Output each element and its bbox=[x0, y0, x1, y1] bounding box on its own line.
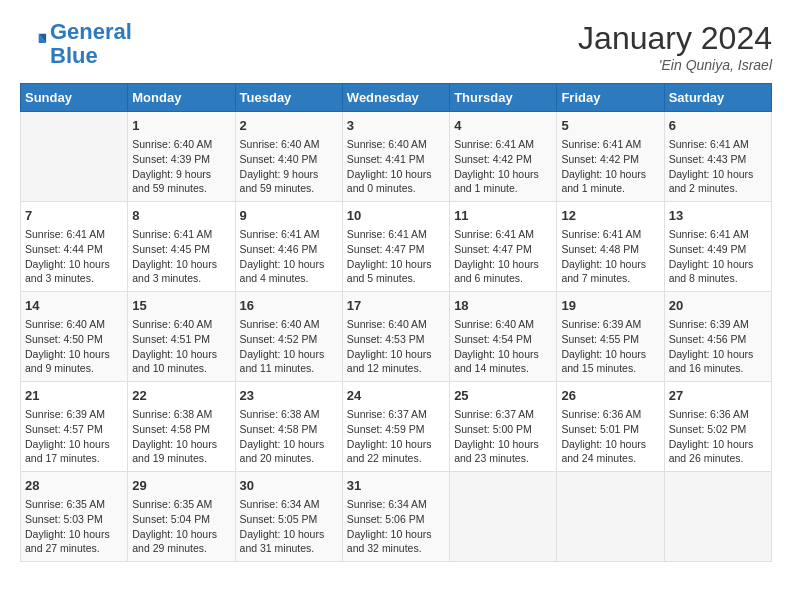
day-number: 22 bbox=[132, 387, 230, 405]
day-cell bbox=[664, 472, 771, 562]
day-info: Sunrise: 6:41 AM Sunset: 4:43 PM Dayligh… bbox=[669, 137, 767, 196]
day-cell: 7Sunrise: 6:41 AM Sunset: 4:44 PM Daylig… bbox=[21, 202, 128, 292]
day-cell: 28Sunrise: 6:35 AM Sunset: 5:03 PM Dayli… bbox=[21, 472, 128, 562]
location: 'Ein Quniya, Israel bbox=[578, 57, 772, 73]
day-number: 18 bbox=[454, 297, 552, 315]
day-info: Sunrise: 6:37 AM Sunset: 4:59 PM Dayligh… bbox=[347, 407, 445, 466]
day-info: Sunrise: 6:39 AM Sunset: 4:55 PM Dayligh… bbox=[561, 317, 659, 376]
day-info: Sunrise: 6:34 AM Sunset: 5:06 PM Dayligh… bbox=[347, 497, 445, 556]
day-info: Sunrise: 6:40 AM Sunset: 4:51 PM Dayligh… bbox=[132, 317, 230, 376]
day-info: Sunrise: 6:35 AM Sunset: 5:03 PM Dayligh… bbox=[25, 497, 123, 556]
day-number: 12 bbox=[561, 207, 659, 225]
header-cell-saturday: Saturday bbox=[664, 84, 771, 112]
day-cell: 31Sunrise: 6:34 AM Sunset: 5:06 PM Dayli… bbox=[342, 472, 449, 562]
day-info: Sunrise: 6:41 AM Sunset: 4:49 PM Dayligh… bbox=[669, 227, 767, 286]
day-info: Sunrise: 6:41 AM Sunset: 4:45 PM Dayligh… bbox=[132, 227, 230, 286]
day-cell: 8Sunrise: 6:41 AM Sunset: 4:45 PM Daylig… bbox=[128, 202, 235, 292]
week-row-5: 28Sunrise: 6:35 AM Sunset: 5:03 PM Dayli… bbox=[21, 472, 772, 562]
day-number: 28 bbox=[25, 477, 123, 495]
day-number: 3 bbox=[347, 117, 445, 135]
day-number: 14 bbox=[25, 297, 123, 315]
day-info: Sunrise: 6:40 AM Sunset: 4:41 PM Dayligh… bbox=[347, 137, 445, 196]
day-cell: 29Sunrise: 6:35 AM Sunset: 5:04 PM Dayli… bbox=[128, 472, 235, 562]
day-number: 2 bbox=[240, 117, 338, 135]
day-info: Sunrise: 6:34 AM Sunset: 5:05 PM Dayligh… bbox=[240, 497, 338, 556]
day-number: 30 bbox=[240, 477, 338, 495]
day-cell: 24Sunrise: 6:37 AM Sunset: 4:59 PM Dayli… bbox=[342, 382, 449, 472]
day-cell: 26Sunrise: 6:36 AM Sunset: 5:01 PM Dayli… bbox=[557, 382, 664, 472]
day-cell: 25Sunrise: 6:37 AM Sunset: 5:00 PM Dayli… bbox=[450, 382, 557, 472]
day-info: Sunrise: 6:40 AM Sunset: 4:53 PM Dayligh… bbox=[347, 317, 445, 376]
day-cell: 15Sunrise: 6:40 AM Sunset: 4:51 PM Dayli… bbox=[128, 292, 235, 382]
day-info: Sunrise: 6:38 AM Sunset: 4:58 PM Dayligh… bbox=[240, 407, 338, 466]
day-number: 1 bbox=[132, 117, 230, 135]
day-cell bbox=[450, 472, 557, 562]
day-cell: 6Sunrise: 6:41 AM Sunset: 4:43 PM Daylig… bbox=[664, 112, 771, 202]
day-info: Sunrise: 6:40 AM Sunset: 4:52 PM Dayligh… bbox=[240, 317, 338, 376]
day-info: Sunrise: 6:40 AM Sunset: 4:40 PM Dayligh… bbox=[240, 137, 338, 196]
day-info: Sunrise: 6:41 AM Sunset: 4:47 PM Dayligh… bbox=[454, 227, 552, 286]
day-cell: 30Sunrise: 6:34 AM Sunset: 5:05 PM Dayli… bbox=[235, 472, 342, 562]
day-cell bbox=[557, 472, 664, 562]
day-number: 7 bbox=[25, 207, 123, 225]
title-area: January 2024 'Ein Quniya, Israel bbox=[578, 20, 772, 73]
day-cell: 4Sunrise: 6:41 AM Sunset: 4:42 PM Daylig… bbox=[450, 112, 557, 202]
page-header: General Blue January 2024 'Ein Quniya, I… bbox=[20, 20, 772, 73]
day-number: 6 bbox=[669, 117, 767, 135]
day-cell: 19Sunrise: 6:39 AM Sunset: 4:55 PM Dayli… bbox=[557, 292, 664, 382]
day-cell: 22Sunrise: 6:38 AM Sunset: 4:58 PM Dayli… bbox=[128, 382, 235, 472]
day-cell: 14Sunrise: 6:40 AM Sunset: 4:50 PM Dayli… bbox=[21, 292, 128, 382]
day-cell: 13Sunrise: 6:41 AM Sunset: 4:49 PM Dayli… bbox=[664, 202, 771, 292]
day-number: 8 bbox=[132, 207, 230, 225]
day-number: 13 bbox=[669, 207, 767, 225]
day-number: 21 bbox=[25, 387, 123, 405]
day-cell: 1Sunrise: 6:40 AM Sunset: 4:39 PM Daylig… bbox=[128, 112, 235, 202]
day-info: Sunrise: 6:36 AM Sunset: 5:01 PM Dayligh… bbox=[561, 407, 659, 466]
header-row: SundayMondayTuesdayWednesdayThursdayFrid… bbox=[21, 84, 772, 112]
day-number: 15 bbox=[132, 297, 230, 315]
day-cell: 2Sunrise: 6:40 AM Sunset: 4:40 PM Daylig… bbox=[235, 112, 342, 202]
header-cell-monday: Monday bbox=[128, 84, 235, 112]
day-cell: 16Sunrise: 6:40 AM Sunset: 4:52 PM Dayli… bbox=[235, 292, 342, 382]
day-number: 20 bbox=[669, 297, 767, 315]
header-cell-tuesday: Tuesday bbox=[235, 84, 342, 112]
day-cell: 21Sunrise: 6:39 AM Sunset: 4:57 PM Dayli… bbox=[21, 382, 128, 472]
day-number: 19 bbox=[561, 297, 659, 315]
day-info: Sunrise: 6:41 AM Sunset: 4:42 PM Dayligh… bbox=[454, 137, 552, 196]
day-cell: 10Sunrise: 6:41 AM Sunset: 4:47 PM Dayli… bbox=[342, 202, 449, 292]
day-info: Sunrise: 6:40 AM Sunset: 4:39 PM Dayligh… bbox=[132, 137, 230, 196]
day-info: Sunrise: 6:39 AM Sunset: 4:57 PM Dayligh… bbox=[25, 407, 123, 466]
day-number: 26 bbox=[561, 387, 659, 405]
header-cell-sunday: Sunday bbox=[21, 84, 128, 112]
day-info: Sunrise: 6:37 AM Sunset: 5:00 PM Dayligh… bbox=[454, 407, 552, 466]
logo-icon bbox=[20, 30, 48, 58]
day-info: Sunrise: 6:39 AM Sunset: 4:56 PM Dayligh… bbox=[669, 317, 767, 376]
header-cell-thursday: Thursday bbox=[450, 84, 557, 112]
week-row-3: 14Sunrise: 6:40 AM Sunset: 4:50 PM Dayli… bbox=[21, 292, 772, 382]
day-cell: 17Sunrise: 6:40 AM Sunset: 4:53 PM Dayli… bbox=[342, 292, 449, 382]
day-number: 5 bbox=[561, 117, 659, 135]
day-cell: 5Sunrise: 6:41 AM Sunset: 4:42 PM Daylig… bbox=[557, 112, 664, 202]
month-title: January 2024 bbox=[578, 20, 772, 57]
day-info: Sunrise: 6:38 AM Sunset: 4:58 PM Dayligh… bbox=[132, 407, 230, 466]
day-number: 23 bbox=[240, 387, 338, 405]
day-number: 29 bbox=[132, 477, 230, 495]
day-number: 25 bbox=[454, 387, 552, 405]
day-number: 11 bbox=[454, 207, 552, 225]
day-number: 17 bbox=[347, 297, 445, 315]
header-cell-wednesday: Wednesday bbox=[342, 84, 449, 112]
day-cell: 27Sunrise: 6:36 AM Sunset: 5:02 PM Dayli… bbox=[664, 382, 771, 472]
day-number: 9 bbox=[240, 207, 338, 225]
day-number: 16 bbox=[240, 297, 338, 315]
day-cell: 18Sunrise: 6:40 AM Sunset: 4:54 PM Dayli… bbox=[450, 292, 557, 382]
day-number: 27 bbox=[669, 387, 767, 405]
day-cell: 9Sunrise: 6:41 AM Sunset: 4:46 PM Daylig… bbox=[235, 202, 342, 292]
day-cell: 11Sunrise: 6:41 AM Sunset: 4:47 PM Dayli… bbox=[450, 202, 557, 292]
week-row-4: 21Sunrise: 6:39 AM Sunset: 4:57 PM Dayli… bbox=[21, 382, 772, 472]
week-row-2: 7Sunrise: 6:41 AM Sunset: 4:44 PM Daylig… bbox=[21, 202, 772, 292]
week-row-1: 1Sunrise: 6:40 AM Sunset: 4:39 PM Daylig… bbox=[21, 112, 772, 202]
day-number: 24 bbox=[347, 387, 445, 405]
day-info: Sunrise: 6:40 AM Sunset: 4:50 PM Dayligh… bbox=[25, 317, 123, 376]
day-number: 4 bbox=[454, 117, 552, 135]
day-info: Sunrise: 6:41 AM Sunset: 4:44 PM Dayligh… bbox=[25, 227, 123, 286]
